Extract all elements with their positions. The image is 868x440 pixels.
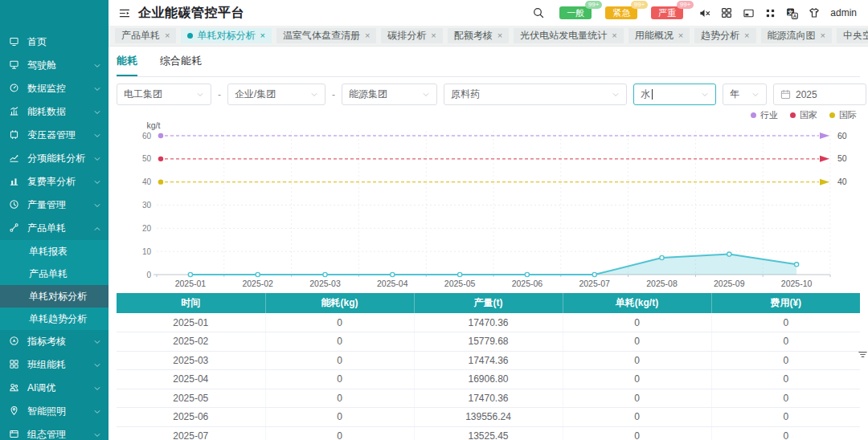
page-title: 企业能碳管控平台 [138, 5, 244, 22]
translate-icon[interactable]: 文A [786, 7, 798, 19]
filter-select[interactable]: 原料药 [444, 84, 627, 105]
chevron-down-icon [196, 91, 204, 99]
workspace-tab[interactable]: 中央空调系统能效× [837, 28, 868, 43]
close-icon[interactable]: × [612, 28, 616, 43]
legend-item[interactable]: 国际 [829, 109, 857, 121]
sidebar-subitem[interactable]: 单耗报表 [0, 240, 108, 263]
filter-value: 2025 [796, 89, 817, 100]
close-icon[interactable]: × [365, 28, 370, 43]
close-icon[interactable]: × [431, 28, 436, 43]
sidebar-item-label: 复费率分析 [27, 175, 76, 189]
filter-select[interactable]: 年 [723, 84, 767, 105]
filter-value: 企业/集团 [235, 88, 276, 101]
sidebar-item[interactable]: 首页 [0, 31, 108, 54]
svg-text:0: 0 [146, 271, 151, 279]
workspace-tab[interactable]: 单耗对标分析× [181, 28, 271, 43]
svg-text:2025-02: 2025-02 [242, 279, 273, 288]
sidebar-subitem[interactable]: 产品单耗 [0, 263, 108, 285]
workspace-tab[interactable]: 趋势分析× [694, 28, 755, 43]
active-tab-dot [187, 33, 193, 39]
alarm-badge[interactable]: 一般99+ [559, 6, 592, 19]
alarm-badge-count: 99+ [585, 1, 603, 9]
svg-text:2025-09: 2025-09 [714, 279, 745, 288]
sidebar-nav: 首页驾驶舱数据监控能耗数据变压器管理分项能耗分析复费率分析产量管理产品单耗单耗报… [0, 31, 108, 440]
search-icon[interactable] [533, 7, 544, 18]
filter-select[interactable]: 水 [633, 84, 716, 105]
sidebar-subitem[interactable]: 单耗趋势分析 [0, 308, 108, 330]
sidebar-item[interactable]: AI调优 [0, 377, 108, 400]
close-icon[interactable]: × [497, 28, 502, 43]
workspace-tab[interactable]: 碳排分析× [381, 28, 442, 43]
tab-label: 中央空调系统能效 [843, 28, 868, 43]
legend-item[interactable]: 行业 [751, 109, 778, 121]
workspace-tab[interactable]: 能源流向图× [761, 28, 832, 43]
workspace-tab[interactable]: 温室气体盘查清册× [276, 28, 376, 43]
date-picker[interactable]: 2025 [773, 84, 866, 105]
close-icon[interactable]: × [165, 28, 170, 43]
sidebar-item-label: 能耗数据 [27, 105, 66, 119]
text-cursor [652, 89, 653, 100]
sidebar-item[interactable]: 能耗数据 [0, 100, 108, 124]
chevron-down-icon [612, 91, 620, 99]
kpi-icon [9, 336, 21, 348]
filter-separator: - [332, 89, 335, 100]
sidebar-item[interactable]: 产品单耗 [0, 217, 108, 240]
sidebar-item[interactable]: 指标考核 [0, 330, 108, 353]
home-icon [9, 36, 21, 49]
filter-select[interactable]: 电工集团 [117, 84, 211, 105]
chevron-down-icon [93, 178, 101, 186]
sidebar-item[interactable]: 组态管理 [0, 423, 108, 440]
sidebar-item-label: 数据监控 [27, 82, 66, 96]
user-menu[interactable]: admin [830, 7, 857, 18]
content-panel: 能耗综合能耗 电工集团-企业/集团-能源集团原料药水年2025 行业国家国际 0… [108, 47, 868, 440]
subtab[interactable]: 综合能耗 [160, 54, 202, 76]
close-icon[interactable]: × [678, 28, 683, 43]
fullscreen-icon[interactable] [765, 8, 776, 18]
mute-icon[interactable] [698, 8, 710, 18]
alarm-badge[interactable]: 紧急99+ [605, 6, 637, 19]
table-row: 2025-07013525.4500 [117, 426, 860, 440]
dashboard-icon [9, 59, 21, 72]
apps-icon[interactable] [721, 7, 732, 18]
subtab[interactable]: 能耗 [117, 54, 137, 76]
table-cell: 17470.36 [414, 313, 563, 332]
close-icon[interactable]: × [260, 28, 264, 43]
svg-text:kg/t: kg/t [147, 121, 161, 130]
theme-icon[interactable] [809, 7, 820, 18]
chevron-down-icon [93, 108, 101, 116]
workspace-tab[interactable]: 产品单耗× [115, 28, 176, 43]
filter-select[interactable]: 能源集团 [342, 84, 437, 105]
menu-collapse-icon[interactable] [118, 8, 130, 18]
alarm-badge-count: 99+ [631, 1, 649, 9]
sidebar-item[interactable]: 数据监控 [0, 77, 108, 100]
workspace-tab[interactable]: 光伏电站发电量统计× [514, 28, 623, 43]
filter-select[interactable]: 企业/集团 [227, 84, 326, 105]
team-energy-icon [9, 359, 21, 372]
rate-analysis-icon [9, 176, 21, 189]
chevron-down-icon [93, 155, 101, 163]
screenshot-icon[interactable] [743, 8, 755, 18]
column-settings-icon[interactable] [858, 348, 868, 363]
workspace-tab[interactable]: 用能概况× [628, 28, 690, 43]
sidebar-subitem[interactable]: 单耗对标分析 [0, 285, 108, 308]
sidebar-item[interactable]: 变压器管理 [0, 124, 108, 147]
table-row: 2025-02015779.6800 [117, 332, 860, 352]
chevron-down-icon [93, 431, 101, 439]
sidebar-item[interactable]: 产量管理 [0, 194, 108, 217]
open-tabs-bar: 产品单耗×单耗对标分析×温室气体盘查清册×碳排分析×配额考核×光伏电站发电量统计… [108, 26, 868, 47]
sidebar-item[interactable]: 复费率分析 [0, 170, 108, 194]
close-icon[interactable]: × [821, 28, 825, 43]
sidebar-item[interactable]: 智能照明 [0, 400, 108, 423]
legend-item[interactable]: 国家 [790, 109, 817, 121]
close-icon[interactable]: × [744, 28, 749, 43]
workspace-tab[interactable]: 配额考核× [448, 28, 509, 43]
alarm-badge[interactable]: 严重99+ [651, 6, 683, 19]
table-cell: 0 [265, 332, 414, 352]
table-cell: 0 [711, 408, 860, 427]
table-cell: 0 [711, 332, 860, 352]
sidebar-item[interactable]: 分项能耗分析 [0, 147, 108, 170]
sidebar-item[interactable]: 驾驶舱 [0, 54, 108, 77]
sidebar-item[interactable]: 班组能耗 [0, 353, 108, 377]
table-row: 2025-01017470.3600 [117, 313, 860, 332]
table-row: 2025-060139556.2400 [117, 408, 860, 427]
